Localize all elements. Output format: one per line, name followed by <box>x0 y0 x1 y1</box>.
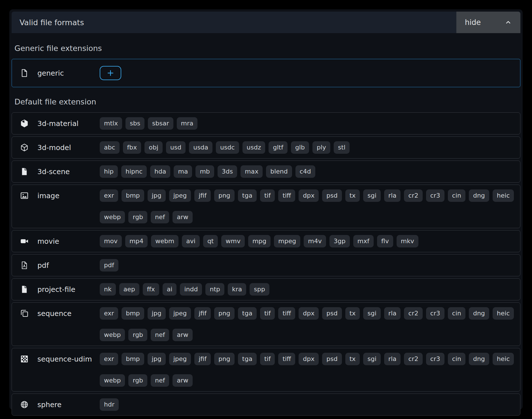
extension-chip[interactable]: usdc <box>216 141 239 154</box>
extension-chip[interactable]: dpx <box>299 307 319 320</box>
extension-chip[interactable]: ai <box>163 283 177 296</box>
extension-chip[interactable]: tga <box>238 189 257 202</box>
extension-chip[interactable]: c4d <box>295 165 315 178</box>
extension-chip[interactable]: jfif <box>194 189 211 202</box>
extension-chip[interactable]: mtlx <box>100 117 122 130</box>
extension-chip[interactable]: usdz <box>242 141 265 154</box>
extension-chip[interactable]: usda <box>189 141 212 154</box>
extension-chip[interactable]: tga <box>238 353 257 365</box>
extension-chip[interactable]: pdf <box>100 259 118 272</box>
extension-chip[interactable]: arw <box>173 329 193 341</box>
extension-chip[interactable]: nef <box>151 211 169 223</box>
extension-chip[interactable]: rla <box>384 307 401 320</box>
extension-chip[interactable]: dng <box>469 353 489 365</box>
extension-chip[interactable]: spp <box>250 283 269 296</box>
extension-chip[interactable]: cin <box>448 189 465 202</box>
extension-chip[interactable]: mra <box>177 117 198 130</box>
extension-chip[interactable]: rgb <box>128 374 147 387</box>
extension-chip[interactable]: mxf <box>353 235 374 247</box>
extension-chip[interactable]: webp <box>100 374 125 387</box>
extension-chip[interactable]: stl <box>334 141 350 154</box>
extension-chip[interactable]: abc <box>100 141 120 154</box>
extension-chip[interactable]: kra <box>228 283 246 296</box>
extension-chip[interactable]: mkv <box>397 235 418 247</box>
extension-chip[interactable]: flv <box>377 235 393 247</box>
extension-chip[interactable]: hip <box>100 165 118 178</box>
extension-chip[interactable]: dng <box>469 189 489 202</box>
extension-chip[interactable]: cr3 <box>426 307 444 320</box>
extension-chip[interactable]: 3ds <box>218 165 237 178</box>
extension-chip[interactable]: cr2 <box>404 307 422 320</box>
extension-chip[interactable]: mov <box>100 235 122 247</box>
extension-chip[interactable]: cin <box>448 307 465 320</box>
extension-chip[interactable]: glb <box>291 141 309 154</box>
extension-chip[interactable]: tif <box>260 189 275 202</box>
extension-chip[interactable]: tif <box>260 353 275 365</box>
extension-chip[interactable]: sbs <box>125 117 144 130</box>
extension-chip[interactable]: mb <box>195 165 214 178</box>
extension-chip[interactable]: ffx <box>143 283 159 296</box>
extension-chip[interactable]: jpg <box>148 307 166 320</box>
extension-chip[interactable]: bmp <box>122 353 144 365</box>
extension-chip[interactable]: jpg <box>148 189 166 202</box>
extension-chip[interactable]: heic <box>493 189 514 202</box>
extension-chip[interactable]: nef <box>151 374 169 387</box>
extension-chip[interactable]: aep <box>119 283 139 296</box>
extension-chip[interactable]: tif <box>260 307 275 320</box>
extension-chip[interactable]: sgi <box>363 353 381 365</box>
extension-chip[interactable]: obj <box>144 141 163 154</box>
extension-chip[interactable]: ma <box>174 165 192 178</box>
extension-chip[interactable]: dpx <box>299 189 319 202</box>
extension-chip[interactable]: qt <box>203 235 218 247</box>
extension-chip[interactable]: exr <box>100 353 118 365</box>
extension-chip[interactable]: tiff <box>278 307 295 320</box>
extension-chip[interactable]: mpg <box>248 235 271 247</box>
extension-chip[interactable]: m4v <box>304 235 326 247</box>
extension-chip[interactable]: rgb <box>128 211 147 223</box>
extension-chip[interactable]: jfif <box>194 353 211 365</box>
extension-chip[interactable]: jpeg <box>169 353 191 365</box>
extension-chip[interactable]: hda <box>150 165 170 178</box>
extension-chip[interactable]: nef <box>151 329 169 341</box>
extension-chip[interactable]: indd <box>180 283 202 296</box>
extension-chip[interactable]: max <box>241 165 263 178</box>
extension-chip[interactable]: dpx <box>299 353 319 365</box>
extension-chip[interactable]: fbx <box>123 141 141 154</box>
extension-chip[interactable]: tiff <box>278 189 295 202</box>
extension-chip[interactable]: tga <box>238 307 257 320</box>
extension-chip[interactable]: png <box>214 353 235 365</box>
extension-chip[interactable]: blend <box>266 165 292 178</box>
extension-chip[interactable]: ntp <box>205 283 224 296</box>
extension-chip[interactable]: cr2 <box>404 353 422 365</box>
extension-chip[interactable]: heic <box>493 353 514 365</box>
extension-chip[interactable]: mp4 <box>125 235 148 247</box>
extension-chip[interactable]: jpg <box>148 353 166 365</box>
extension-chip[interactable]: webm <box>151 235 178 247</box>
extension-chip[interactable]: jpeg <box>169 307 191 320</box>
extension-chip[interactable]: avi <box>182 235 200 247</box>
extension-chip[interactable]: bmp <box>122 307 144 320</box>
extension-chip[interactable]: ply <box>312 141 330 154</box>
extension-chip[interactable]: hdr <box>100 398 119 411</box>
add-extension-button[interactable] <box>100 66 121 80</box>
extension-chip[interactable]: tx <box>345 353 360 365</box>
extension-chip[interactable]: cr2 <box>404 189 422 202</box>
extension-chip[interactable]: gltf <box>269 141 287 154</box>
extension-chip[interactable]: psd <box>322 189 342 202</box>
extension-chip[interactable]: cr3 <box>426 189 444 202</box>
extension-chip[interactable]: bmp <box>122 189 144 202</box>
extension-chip[interactable]: sgi <box>363 189 381 202</box>
extension-chip[interactable]: nk <box>100 283 116 296</box>
hide-button[interactable]: hide <box>456 12 520 33</box>
extension-chip[interactable]: psd <box>322 353 342 365</box>
extension-chip[interactable]: rla <box>384 189 401 202</box>
extension-chip[interactable]: cin <box>448 353 465 365</box>
extension-chip[interactable]: exr <box>100 189 118 202</box>
extension-chip[interactable]: hipnc <box>121 165 147 178</box>
extension-chip[interactable]: arw <box>173 211 193 223</box>
extension-chip[interactable]: wmv <box>221 235 244 247</box>
extension-chip[interactable]: psd <box>322 307 342 320</box>
extension-chip[interactable]: heic <box>493 307 514 320</box>
extension-chip[interactable]: tx <box>345 307 360 320</box>
extension-chip[interactable]: jfif <box>194 307 211 320</box>
